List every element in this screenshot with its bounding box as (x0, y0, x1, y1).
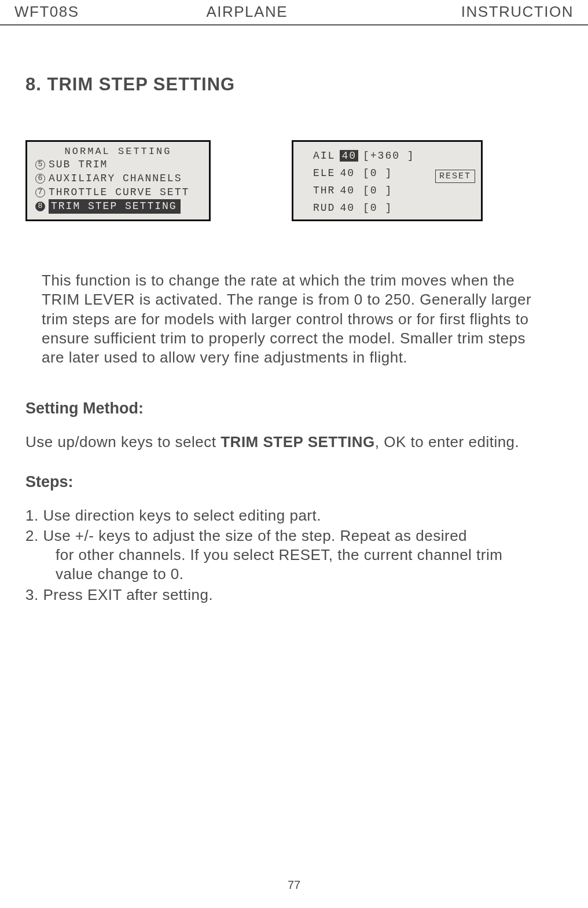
header-center: AIRPLANE (206, 3, 288, 21)
menu-number-icon: 8 (35, 202, 45, 211)
menu-label: THROTTLE CURVE SETT (49, 186, 189, 199)
trim-values-table: AIL 40 [+360 ] ELE 40 [0 ] THR 40 [0 ] R… (312, 147, 420, 217)
step-1: 1. Use direction keys to select editing … (25, 506, 560, 525)
text-bold: TRIM STEP SETTING (220, 433, 375, 451)
trim-value: [+360 ] (363, 148, 418, 164)
step-2: 2. Use +/- keys to adjust the size of th… (25, 526, 560, 584)
steps-heading: Steps: (25, 473, 560, 491)
menu-item-trim-step: 8 TRIM STEP SETTING (35, 199, 209, 213)
trim-value: [0 ] (363, 165, 418, 181)
channel-label: ELE (313, 165, 339, 181)
step-2-line3: value change to 0. (25, 565, 560, 584)
trim-row-ail: AIL 40 [+360 ] (313, 148, 418, 164)
header-left: WFT08S (14, 3, 79, 21)
menu-label: AUXILIARY CHANNELS (49, 172, 182, 185)
text-pre: Use up/down keys to select (25, 433, 220, 451)
step-value-selected: 40 (340, 150, 358, 162)
header-right: INSTRUCTION (461, 3, 574, 21)
steps-list: 1. Use direction keys to select editing … (25, 506, 560, 605)
step-2-line2: for other channels. If you select RESET,… (25, 545, 560, 565)
text-post: , OK to enter editing. (375, 433, 519, 451)
step-value: 40 (340, 182, 362, 199)
menu-number-icon: 5 (35, 160, 45, 170)
channel-label: AIL (313, 148, 339, 164)
lcd-menu-header: NORMAL SETTING (27, 145, 209, 158)
trim-row-thr: THR 40 [0 ] (313, 182, 418, 199)
step-value: 40 (340, 200, 362, 216)
menu-label: SUB TRIM (49, 158, 108, 171)
lcd-screen-menu: NORMAL SETTING 5 SUB TRIM 6 AUXILIARY CH… (25, 140, 211, 221)
trim-row-rud: RUD 40 [0 ] (313, 200, 418, 216)
lcd-screen-values: AIL 40 [+360 ] ELE 40 [0 ] THR 40 [0 ] R… (292, 140, 483, 221)
section-title: 8. TRIM STEP SETTING (25, 74, 588, 95)
setting-method-heading: Setting Method: (25, 400, 560, 418)
trim-value: [0 ] (363, 200, 418, 216)
menu-item-auxiliary: 6 AUXILIARY CHANNELS (35, 171, 209, 185)
step-2-line1: 2. Use +/- keys to adjust the size of th… (25, 527, 467, 544)
setting-method-text: Use up/down keys to select TRIM STEP SET… (25, 433, 560, 452)
function-description: This function is to change the rate at w… (42, 271, 546, 367)
menu-number-icon: 7 (35, 188, 45, 197)
page-number: 77 (0, 878, 588, 892)
step-3: 3. Press EXIT after setting. (25, 585, 560, 605)
reset-button: RESET (435, 170, 475, 183)
menu-item-subtrim: 5 SUB TRIM (35, 158, 209, 171)
menu-item-throttle-curve: 7 THROTTLE CURVE SETT (35, 185, 209, 199)
channel-label: THR (313, 182, 339, 199)
lcd-screens-row: NORMAL SETTING 5 SUB TRIM 6 AUXILIARY CH… (25, 140, 588, 221)
trim-row-ele: ELE 40 [0 ] (313, 165, 418, 181)
menu-label-selected: TRIM STEP SETTING (49, 199, 181, 214)
step-value: 40 (340, 165, 362, 181)
page-header: WFT08S AIRPLANE INSTRUCTION (0, 0, 588, 25)
channel-label: RUD (313, 200, 339, 216)
trim-value: [0 ] (363, 182, 418, 199)
menu-number-icon: 6 (35, 174, 45, 184)
